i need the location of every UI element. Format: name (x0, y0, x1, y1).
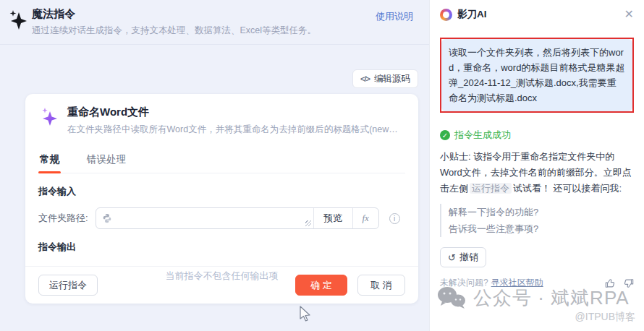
chat-header: 影刀AI ✕ (440, 0, 634, 29)
page-subtitle: 通过连续对话生成指令，支持文本处理、数据算法、Excel等类型任务。 (32, 25, 316, 37)
suggestion-item[interactable]: 解释一下指令的功能? (449, 204, 634, 220)
cancel-button[interactable]: 取 消 (357, 275, 405, 296)
fx-button[interactable]: fx (352, 208, 378, 228)
resize-grip[interactable] (305, 220, 311, 226)
confirm-button[interactable]: 确 定 (295, 275, 347, 296)
suggestion-list: 解释一下指令的功能? 告诉我一些注意事项? (440, 204, 634, 238)
input-section-label: 指令输入 (38, 185, 405, 198)
python-icon (102, 213, 112, 223)
wechat-icon (436, 285, 467, 311)
generation-status: ✓ 指令生成成功 (440, 129, 634, 142)
success-check-icon: ✓ (440, 130, 450, 140)
assistant-tip: 小贴士: 该指令用于重命名指定文件夹中的Word文件，去掉文件名前的前缀部分。立… (440, 149, 634, 196)
command-card: 重命名Word文件 在文件夹路径中读取所有Word文件，并将其重命名为去掉前缀后… (25, 94, 418, 304)
chat-title: 影刀AI (457, 8, 487, 21)
output-section-label: 指令输出 (38, 241, 405, 254)
undo-button[interactable]: ↺ 撤销 (440, 247, 486, 267)
info-icon[interactable]: i (389, 213, 400, 224)
edit-source-label: 编辑源码 (374, 73, 410, 85)
panel-header: 魔法指令 通过连续对话生成指令，支持文本处理、数据算法、Excel等类型任务。 … (0, 0, 429, 41)
status-text: 指令生成成功 (454, 129, 511, 142)
undo-icon: ↺ (448, 252, 456, 263)
yingdao-ai-logo (440, 9, 452, 21)
tab-general[interactable]: 常规 (38, 149, 61, 173)
run-command-button[interactable]: 运行指令 (38, 275, 98, 296)
undo-label: 撤销 (459, 251, 478, 264)
tab-error-handling[interactable]: 错误处理 (85, 149, 127, 173)
page-title: 魔法指令 (32, 7, 316, 21)
sparkle-icon (4, 6, 32, 35)
command-title: 重命名Word文件 (67, 106, 400, 119)
folder-path-group: 预览 fx (96, 207, 379, 229)
card-footer: 运行指令 确 定 取 消 (25, 266, 418, 304)
run-command-chip: 运行指令 (470, 183, 512, 194)
command-description: 在文件夹路径中读取所有Word文件，并将其重命名为去掉前缀后的标题格式(new_… (67, 124, 400, 136)
folder-path-input[interactable] (112, 213, 313, 224)
ai-chat-panel: 影刀AI ✕ 读取一个文件夹列表，然后将列表下的word，重命名，word的标题… (429, 0, 644, 331)
watermark-text: 公众号 · 斌斌RPA (473, 285, 630, 311)
magic-command-panel: 魔法指令 通过连续对话生成指令，支持文本处理、数据算法、Excel等类型任务。 … (0, 0, 429, 331)
preview-button[interactable]: 预览 (313, 208, 352, 228)
tab-bar: 常规 错误处理 (38, 149, 405, 173)
suggestion-item[interactable]: 告诉我一些注意事项? (449, 220, 634, 237)
user-message-bubble: 读取一个文件夹列表，然后将列表下的word，重命名，word的标题目前格式是糖果… (441, 39, 632, 111)
close-icon[interactable]: ✕ (624, 9, 634, 20)
code-icon: </> (360, 74, 370, 83)
header-divider (0, 44, 429, 45)
folder-path-label: 文件夹路径: (38, 212, 88, 225)
magic-sparkle-icon (38, 106, 60, 130)
usage-help-link[interactable]: 使用说明 (376, 10, 413, 23)
watermark: 公众号 · 斌斌RPA @ITPUB博客 (436, 285, 635, 324)
watermark-attribution: @ITPUB博客 (436, 311, 635, 324)
tip-suffix: 试试看！ 还可以接着问我: (513, 183, 622, 194)
edit-source-button[interactable]: </> 编辑源码 (352, 69, 418, 88)
annotation-red-box: 读取一个文件夹列表，然后将列表下的word，重命名，word的标题目前格式是糖果… (440, 38, 634, 113)
